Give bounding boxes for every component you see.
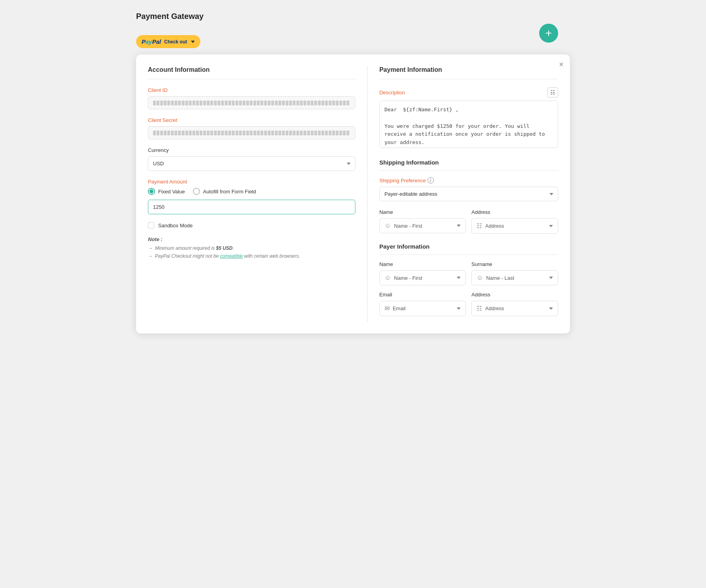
note-arrow-2: → [148, 253, 153, 259]
payment-amount-field: Payment Amount Fixed Value Autofill from… [148, 179, 355, 214]
payment-info-title: Payment Information [379, 66, 558, 79]
chevron-down-icon [549, 277, 553, 279]
fixed-value-radio-outer [148, 188, 155, 195]
person-icon: ☺ [385, 274, 391, 281]
shipping-info-title: Shipping Information [379, 159, 558, 171]
payer-name-label: Name [379, 261, 466, 267]
fixed-value-radio[interactable]: Fixed Value [148, 188, 185, 195]
payer-email-dropdown[interactable]: ✉ Email [379, 301, 466, 316]
shipping-name-label: Name [379, 209, 466, 215]
shipping-section: Shipping Information Shipping Preference… [379, 159, 558, 234]
currency-label: Currency [148, 147, 355, 153]
chevron-down-icon [457, 307, 461, 310]
currency-select-wrapper: USD EUR GBP CAD AUD [148, 156, 355, 171]
payer-section: Payer Information Name ☺ Name - First [379, 243, 558, 316]
payer-surname-field: Surname ☺ Name - Last [471, 261, 558, 285]
shipping-name-dropdown[interactable]: ☺ Name - First [379, 218, 466, 233]
payer-info-title: Payer Information [379, 243, 558, 255]
client-secret-input[interactable]: ████████████████████████████████████████… [148, 126, 355, 139]
chevron-down-icon [549, 225, 553, 227]
right-panel: Payment Information Description ☷ Dear $… [368, 66, 558, 322]
client-secret-label: Client Secret [148, 117, 355, 123]
chevron-down-icon [191, 41, 195, 43]
payer-email-label: Email [379, 292, 466, 298]
note-item-1: → Minimum amount required is $5 USD. [148, 245, 355, 251]
payer-surname-dropdown[interactable]: ☺ Name - Last [471, 270, 558, 285]
note-bold-amount: $5 USD [216, 245, 233, 251]
shipping-address-label: Address [471, 209, 558, 215]
payment-amount-label: Payment Amount [148, 179, 355, 185]
description-template-button[interactable]: ☷ [547, 87, 558, 97]
fixed-value-radio-inner [149, 189, 153, 193]
close-button[interactable]: × [559, 60, 564, 69]
address-icon: ☷ [476, 222, 482, 230]
shipping-preference-label: Shipping Preference [379, 178, 426, 184]
note-item-2: → PayPal Checkout might not be compatibl… [148, 253, 355, 259]
payer-address-inner: ☷ Address [476, 305, 504, 312]
chevron-down-icon [457, 277, 461, 279]
description-field: Description ☷ Dear ${zf:Name.First} , Yo… [379, 87, 558, 150]
shipping-name-field: Name ☺ Name - First [379, 209, 466, 234]
payment-modal: × Account Information Client ID ████████… [136, 54, 570, 333]
paypal-checkout-text: Check out [164, 39, 187, 45]
payer-surname-inner: ☺ Name - Last [476, 274, 514, 281]
fixed-value-label: Fixed Value [158, 189, 185, 195]
account-info-title: Account Information [148, 66, 355, 79]
shipping-preference-select-wrapper: Payer-editable address No shipping Set p… [379, 187, 558, 201]
payer-name-dropdown[interactable]: ☺ Name - First [379, 270, 466, 285]
info-icon[interactable]: i [428, 177, 434, 184]
payer-name-surname-row: Name ☺ Name - First Surname [379, 261, 558, 285]
payer-address-dropdown[interactable]: ☷ Address [471, 301, 558, 316]
sandbox-label: Sandbox Mode [158, 223, 192, 228]
sandbox-checkbox[interactable] [148, 222, 154, 228]
person-icon: ☺ [476, 274, 483, 281]
payer-email-field: Email ✉ Email [379, 292, 466, 316]
autofill-radio[interactable]: Autofill from Form Field [193, 188, 256, 195]
paypal-logo: PayPal [142, 38, 161, 45]
client-id-field: Client ID ██████████████████████████████… [148, 87, 355, 109]
compatible-link[interactable]: compatible [220, 253, 243, 259]
currency-select[interactable]: USD EUR GBP CAD AUD [148, 156, 355, 171]
shipping-address-value: Address [485, 223, 504, 229]
client-secret-field: Client Secret ██████████████████████████… [148, 117, 355, 139]
payer-address-label: Address [471, 292, 558, 298]
payer-surname-value: Name - Last [486, 275, 514, 281]
shipping-address-dropdown[interactable]: ☷ Address [471, 218, 558, 234]
description-label: Description [379, 90, 405, 96]
paypal-checkout-button[interactable]: PayPal Check out [136, 35, 200, 48]
person-icon: ☺ [385, 222, 391, 229]
shipping-name-address-row: Name ☺ Name - First Address [379, 209, 558, 234]
sandbox-mode-field: Sandbox Mode [148, 222, 355, 228]
payer-name-inner: ☺ Name - First [385, 274, 422, 281]
notes-section: Note : → Minimum amount required is $5 U… [148, 236, 355, 259]
shipping-address-field: Address ☷ Address [471, 209, 558, 234]
note-arrow-1: → [148, 245, 153, 251]
payer-email-address-row: Email ✉ Email Address [379, 292, 558, 316]
payer-address-field: Address ☷ Address [471, 292, 558, 316]
payer-name-field: Name ☺ Name - First [379, 261, 466, 285]
payer-surname-label: Surname [471, 261, 558, 267]
payer-email-inner: ✉ Email [385, 305, 406, 312]
note-text-1: Minimum amount required is $5 USD. [155, 245, 234, 251]
amount-input[interactable] [148, 200, 355, 214]
payer-email-value: Email [393, 305, 406, 311]
payment-amount-radio-group: Fixed Value Autofill from Form Field [148, 188, 355, 195]
client-id-input[interactable]: ████████████████████████████████████████… [148, 96, 355, 109]
currency-field: Currency USD EUR GBP CAD AUD [148, 147, 355, 171]
autofill-radio-outer [193, 188, 200, 195]
client-id-label: Client ID [148, 87, 355, 93]
email-icon: ✉ [385, 305, 390, 312]
shipping-name-inner: ☺ Name - First [385, 222, 422, 229]
chevron-down-icon [549, 307, 553, 310]
shipping-preference-select[interactable]: Payer-editable address No shipping Set p… [379, 187, 558, 201]
shipping-preference-field: Shipping Preference i Payer-editable add… [379, 177, 558, 201]
description-textarea[interactable]: Dear ${zf:Name.First} , You were charged… [379, 101, 558, 148]
autofill-label: Autofill from Form Field [203, 189, 256, 195]
add-button[interactable]: + [539, 24, 558, 43]
chevron-down-icon [457, 225, 461, 227]
note-text-2: PayPal Checkout might not be compatible … [155, 253, 300, 259]
payer-name-value: Name - First [394, 275, 422, 281]
left-panel: Account Information Client ID ██████████… [148, 66, 368, 322]
page-title: Payment Gateway [136, 12, 204, 21]
shipping-name-value: Name - First [394, 223, 422, 229]
